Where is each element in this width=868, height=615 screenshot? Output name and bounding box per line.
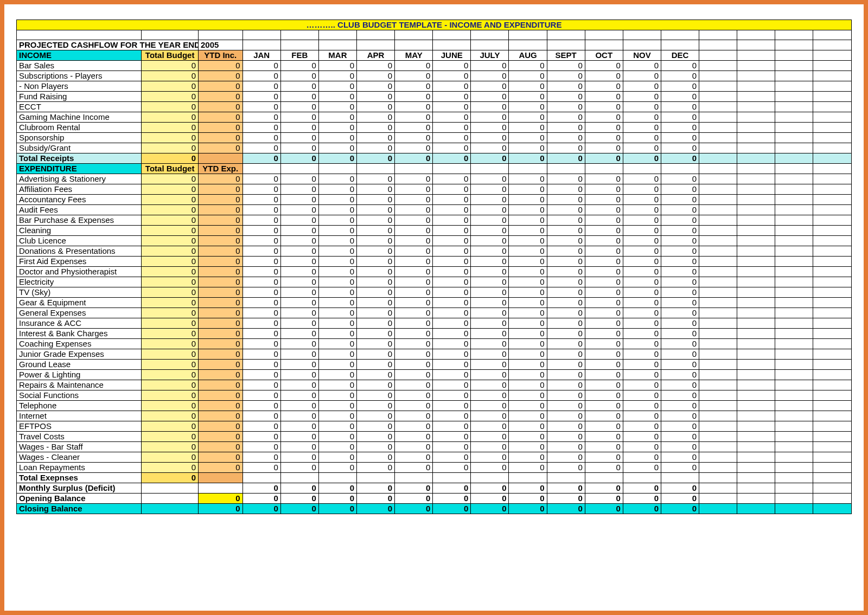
row-month[interactable]: 0 <box>547 349 585 360</box>
row-month[interactable]: 0 <box>547 205 585 215</box>
row-month[interactable]: 0 <box>547 339 585 349</box>
row-month[interactable]: 0 <box>585 205 623 215</box>
row-month[interactable]: 0 <box>623 339 661 349</box>
row-month[interactable]: 0 <box>509 61 547 71</box>
row-budget[interactable]: 0 <box>142 349 199 360</box>
row-month[interactable]: 0 <box>318 184 356 195</box>
row-month[interactable]: 0 <box>661 463 699 473</box>
row-budget[interactable]: 0 <box>142 226 199 236</box>
row-month[interactable]: 0 <box>242 349 280 360</box>
row-month[interactable]: 0 <box>547 370 585 380</box>
row-month[interactable]: 0 <box>471 308 509 318</box>
row-month[interactable]: 0 <box>471 360 509 370</box>
row-month[interactable]: 0 <box>242 133 280 143</box>
row-budget[interactable]: 0 <box>142 452 199 463</box>
row-month[interactable]: 0 <box>280 195 318 205</box>
row-month[interactable]: 0 <box>623 143 661 153</box>
row-month[interactable]: 0 <box>547 452 585 463</box>
row-ytd[interactable]: 0 <box>198 421 242 432</box>
row-month[interactable]: 0 <box>509 329 547 339</box>
row-month[interactable]: 0 <box>661 298 699 308</box>
row-month[interactable]: 0 <box>585 318 623 329</box>
row-month[interactable]: 0 <box>433 71 471 81</box>
row-month[interactable]: 0 <box>318 452 356 463</box>
row-ytd[interactable]: 0 <box>198 287 242 298</box>
row-month[interactable]: 0 <box>585 339 623 349</box>
row-month[interactable]: 0 <box>471 298 509 308</box>
row-month[interactable]: 0 <box>318 61 356 71</box>
row-month[interactable]: 0 <box>356 92 394 102</box>
row-month[interactable]: 0 <box>280 215 318 226</box>
row-month[interactable]: 0 <box>318 298 356 308</box>
row-month[interactable]: 0 <box>547 308 585 318</box>
row-month[interactable]: 0 <box>661 287 699 298</box>
row-month[interactable]: 0 <box>585 81 623 92</box>
row-month[interactable]: 0 <box>509 401 547 411</box>
row-month[interactable]: 0 <box>661 360 699 370</box>
row-month[interactable]: 0 <box>318 370 356 380</box>
row-month[interactable]: 0 <box>356 226 394 236</box>
row-month[interactable]: 0 <box>547 123 585 133</box>
row-month[interactable]: 0 <box>661 390 699 401</box>
row-month[interactable]: 0 <box>280 236 318 246</box>
row-budget[interactable]: 0 <box>142 411 199 421</box>
row-month[interactable]: 0 <box>585 236 623 246</box>
row-month[interactable]: 0 <box>356 277 394 287</box>
row-month[interactable]: 0 <box>623 298 661 308</box>
row-month[interactable]: 0 <box>547 246 585 257</box>
row-month[interactable]: 0 <box>242 287 280 298</box>
row-month[interactable]: 0 <box>547 380 585 390</box>
row-month[interactable]: 0 <box>242 442 280 452</box>
row-month[interactable]: 0 <box>509 380 547 390</box>
row-month[interactable]: 0 <box>242 143 280 153</box>
row-month[interactable]: 0 <box>509 308 547 318</box>
row-month[interactable]: 0 <box>471 421 509 432</box>
row-month[interactable]: 0 <box>509 92 547 102</box>
row-ytd[interactable]: 0 <box>198 401 242 411</box>
row-month[interactable]: 0 <box>433 133 471 143</box>
row-month[interactable]: 0 <box>585 267 623 277</box>
row-month[interactable]: 0 <box>318 236 356 246</box>
row-month[interactable]: 0 <box>661 267 699 277</box>
row-month[interactable]: 0 <box>242 329 280 339</box>
row-month[interactable]: 0 <box>356 339 394 349</box>
row-month[interactable]: 0 <box>471 112 509 123</box>
row-month[interactable]: 0 <box>318 267 356 277</box>
row-month[interactable]: 0 <box>395 421 433 432</box>
row-month[interactable]: 0 <box>433 349 471 360</box>
row-month[interactable]: 0 <box>433 318 471 329</box>
row-budget[interactable]: 0 <box>142 277 199 287</box>
row-month[interactable]: 0 <box>242 174 280 184</box>
row-month[interactable]: 0 <box>509 215 547 226</box>
row-month[interactable]: 0 <box>280 143 318 153</box>
row-month[interactable]: 0 <box>471 380 509 390</box>
row-month[interactable]: 0 <box>356 133 394 143</box>
row-budget[interactable]: 0 <box>142 308 199 318</box>
row-month[interactable]: 0 <box>623 133 661 143</box>
row-month[interactable]: 0 <box>509 257 547 267</box>
row-budget[interactable]: 0 <box>142 401 199 411</box>
row-month[interactable]: 0 <box>433 411 471 421</box>
row-month[interactable]: 0 <box>471 257 509 267</box>
row-month[interactable]: 0 <box>433 442 471 452</box>
row-month[interactable]: 0 <box>661 442 699 452</box>
row-month[interactable]: 0 <box>433 226 471 236</box>
row-month[interactable]: 0 <box>433 329 471 339</box>
row-month[interactable]: 0 <box>280 287 318 298</box>
row-budget[interactable]: 0 <box>142 184 199 195</box>
row-month[interactable]: 0 <box>395 226 433 236</box>
row-ytd[interactable]: 0 <box>198 257 242 267</box>
row-ytd[interactable]: 0 <box>198 390 242 401</box>
row-month[interactable]: 0 <box>471 452 509 463</box>
row-month[interactable]: 0 <box>242 401 280 411</box>
row-month[interactable]: 0 <box>585 421 623 432</box>
row-month[interactable]: 0 <box>395 205 433 215</box>
row-month[interactable]: 0 <box>242 123 280 133</box>
row-month[interactable]: 0 <box>547 71 585 81</box>
row-month[interactable]: 0 <box>509 184 547 195</box>
row-month[interactable]: 0 <box>623 205 661 215</box>
row-month[interactable]: 0 <box>509 287 547 298</box>
row-month[interactable]: 0 <box>585 349 623 360</box>
row-month[interactable]: 0 <box>509 267 547 277</box>
row-month[interactable]: 0 <box>242 71 280 81</box>
